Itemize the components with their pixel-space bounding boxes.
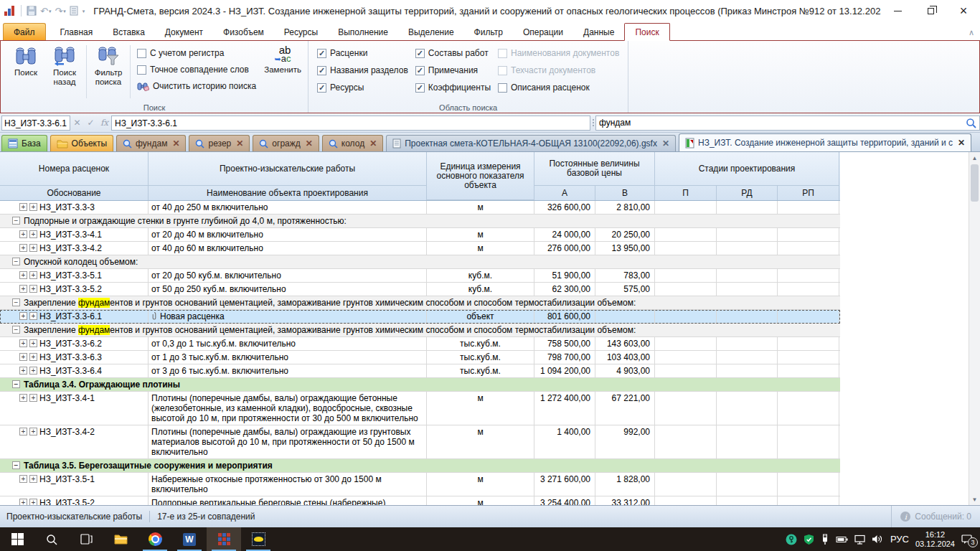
scroll-thumb[interactable] bbox=[971, 164, 979, 202]
cell-price-a[interactable]: 276 000,00 bbox=[534, 242, 595, 255]
collapse-icon[interactable]: − bbox=[12, 217, 20, 225]
cell-stage-rd[interactable] bbox=[717, 310, 778, 323]
cell-code[interactable]: ++НЗ_ИЗТ-3.4-2 bbox=[0, 425, 149, 458]
group-header-row[interactable]: −Закрепление фундаментов и грунтов основ… bbox=[0, 324, 840, 337]
tray-battery-icon[interactable] bbox=[836, 535, 848, 543]
cell-price-a[interactable]: 1 272 400,00 bbox=[534, 392, 595, 425]
cell-price-b[interactable] bbox=[595, 310, 655, 323]
replace-button[interactable]: ab➥ac Заменить bbox=[260, 42, 305, 101]
tray-security-shield-icon[interactable] bbox=[804, 534, 814, 545]
clear-search-history-button[interactable]: Очистить историю поиска bbox=[137, 81, 256, 91]
scope-checkbox-2-3[interactable]: ✓Коэффициенты bbox=[415, 83, 491, 93]
table-row[interactable]: ++НЗ_ИЗТ-3.5-1Набережные откосные протяж… bbox=[0, 473, 840, 496]
ribbon-tab-9[interactable]: Фильтр bbox=[464, 24, 513, 40]
table-row[interactable]: ++НЗ_ИЗТ-3.3-6.3от 1 до 3 тыс.куб.м. вкл… bbox=[0, 351, 840, 364]
cell-stage-p[interactable] bbox=[655, 425, 717, 458]
document-tab-5[interactable]: огражд✕ bbox=[253, 135, 319, 151]
cell-stage-p[interactable] bbox=[655, 392, 717, 425]
scroll-down-icon[interactable]: ▼ bbox=[969, 494, 980, 505]
search-option-checkbox-1[interactable]: С учетом регистра bbox=[137, 48, 256, 58]
scope-checkbox-1-3[interactable]: ✓Ресурсы bbox=[317, 83, 408, 93]
expand-icon[interactable]: + bbox=[29, 499, 37, 505]
cell-code[interactable]: ++НЗ_ИЗТ-3.5-1 bbox=[0, 473, 149, 496]
ribbon-tab-7[interactable]: Выполнение bbox=[328, 24, 398, 40]
cell-unit[interactable]: тыс.куб.м. bbox=[427, 364, 534, 377]
expand-icon[interactable]: + bbox=[19, 394, 27, 402]
col-header-rp[interactable]: РП bbox=[778, 186, 839, 200]
table-row[interactable]: ++НЗ_ИЗТ-3.4-1Плотины (поперечные дамбы,… bbox=[0, 392, 840, 425]
ribbon-tab-3[interactable]: Вставка bbox=[103, 24, 155, 40]
ribbon-button-2[interactable]: Поиск назад bbox=[45, 42, 84, 101]
tray-antivirus-key-icon[interactable] bbox=[786, 534, 797, 545]
notification-center-button[interactable]: 3 bbox=[961, 534, 973, 545]
table-row[interactable]: ++НЗ_ИЗТ-3.3-3от 40 до 250 м включительн… bbox=[0, 201, 840, 215]
search-icon[interactable] bbox=[966, 118, 976, 128]
collapse-icon[interactable]: − bbox=[12, 461, 20, 469]
cell-stage-rp[interactable] bbox=[778, 228, 839, 241]
vertical-scrollbar[interactable]: ▲ ▼ bbox=[969, 152, 980, 505]
cell-name[interactable]: от 3 до 6 тыс.куб.м. включительно bbox=[149, 364, 427, 377]
cell-price-a[interactable]: 3 271 600,00 bbox=[534, 473, 595, 496]
cell-code[interactable]: ++НЗ_ИЗТ-3.3-5.2 bbox=[0, 283, 149, 296]
expand-icon[interactable]: + bbox=[19, 244, 27, 252]
ribbon-tab-5[interactable]: Физобъем bbox=[213, 24, 274, 40]
close-tab-icon[interactable]: ✕ bbox=[172, 138, 179, 149]
document-tab-8[interactable]: НЗ_ИЗТ. Создание инженерной защиты терри… bbox=[679, 133, 971, 151]
taskbar-search-button[interactable] bbox=[34, 527, 69, 551]
save-icon[interactable] bbox=[27, 6, 37, 16]
scope-checkbox-3-1[interactable]: Наименования документов bbox=[498, 48, 619, 58]
cell-stage-p[interactable] bbox=[655, 228, 717, 241]
scope-checkbox-1-1[interactable]: ✓Расценки bbox=[317, 48, 408, 58]
cell-stage-rd[interactable] bbox=[717, 283, 778, 296]
expand-icon[interactable]: + bbox=[19, 428, 27, 435]
table-row[interactable]: ++НЗ_ИЗТ-3.3-4.2от 40 до 60 м включитель… bbox=[0, 242, 840, 255]
scope-checkbox-2-2[interactable]: ✓Примечания bbox=[415, 65, 491, 75]
expand-icon[interactable]: + bbox=[29, 367, 37, 375]
language-indicator[interactable]: РУС bbox=[890, 534, 909, 545]
cell-price-b[interactable]: 4 903,00 bbox=[595, 364, 655, 377]
close-button[interactable]: × bbox=[947, 0, 980, 22]
undo-button[interactable]: ↶▾ bbox=[40, 6, 51, 16]
group-header-row[interactable]: −Подпорные и ограждающие стенки в грунте… bbox=[0, 215, 840, 228]
cell-stage-p[interactable] bbox=[655, 269, 717, 282]
cell-unit[interactable]: куб.м. bbox=[427, 269, 534, 282]
cell-price-b[interactable]: 33 312,00 bbox=[595, 496, 655, 505]
document-tab-4[interactable]: резер✕ bbox=[189, 135, 250, 151]
cell-stage-p[interactable] bbox=[655, 351, 717, 364]
cell-price-b[interactable]: 20 250,00 bbox=[595, 228, 655, 241]
cell-name-box[interactable]: НЗ_ИЗТ-3.3-6.1 bbox=[1, 116, 70, 131]
close-tab-icon[interactable]: ✕ bbox=[958, 138, 965, 148]
cell-price-a[interactable]: 3 254 400,00 bbox=[534, 496, 595, 505]
scope-checkbox-2-1[interactable]: ✓Составы работ bbox=[415, 48, 491, 58]
section-header-row[interactable]: −Таблица 3.5. Берегозащитные сооружения … bbox=[0, 459, 840, 473]
cell-name[interactable]: от 40 до 60 м включительно bbox=[149, 242, 427, 255]
cell-unit[interactable]: м bbox=[427, 392, 534, 425]
formula-field[interactable]: НЗ_ИЗТ-3.3-6.1 bbox=[111, 116, 590, 131]
cell-stage-rp[interactable] bbox=[778, 496, 839, 505]
cell-name[interactable]: от 40 до 250 м включительно bbox=[149, 201, 427, 214]
cell-code[interactable]: ++НЗ_ИЗТ-3.3-6.2 bbox=[0, 337, 149, 350]
cell-price-b[interactable]: 783,00 bbox=[595, 269, 655, 282]
document-tab-2[interactable]: Объекты bbox=[50, 135, 114, 151]
qat-more-button[interactable]: ▾ bbox=[82, 6, 85, 16]
cell-price-b[interactable]: 13 950,00 bbox=[595, 242, 655, 255]
cell-price-a[interactable]: 798 700,00 bbox=[534, 351, 595, 364]
col-header-numbers[interactable]: Номера расценок bbox=[0, 152, 149, 186]
search-input[interactable] bbox=[599, 118, 966, 128]
expand-icon[interactable]: + bbox=[29, 285, 37, 293]
table-row[interactable]: ++НЗ_ИЗТ-3.3-6.4от 3 до 6 тыс.куб.м. вкл… bbox=[0, 364, 840, 378]
cell-stage-p[interactable] bbox=[655, 473, 717, 496]
document-tab-1[interactable]: База bbox=[1, 135, 47, 151]
expand-icon[interactable]: + bbox=[29, 271, 37, 279]
cell-price-a[interactable]: 62 300,00 bbox=[534, 283, 595, 296]
cell-stage-rp[interactable] bbox=[778, 283, 839, 296]
cell-code[interactable]: ++НЗ_ИЗТ-3.3-6.4 bbox=[0, 364, 149, 377]
cell-price-b[interactable]: 143 603,00 bbox=[595, 337, 655, 350]
scope-checkbox-3-3[interactable]: Описания расценок bbox=[498, 83, 619, 93]
collapse-icon[interactable]: − bbox=[12, 298, 20, 306]
table-row[interactable]: ++НЗ_ИЗТ-3.5-2Подпорные вертикальные бер… bbox=[0, 496, 840, 505]
col-header-object-name[interactable]: Наименование объекта проектирования bbox=[149, 186, 427, 200]
cell-unit[interactable]: объект bbox=[427, 310, 534, 323]
col-header-unit[interactable]: Единица измерения основного показателя о… bbox=[427, 152, 534, 200]
taskbar-grand-smeta-app[interactable] bbox=[207, 527, 241, 551]
